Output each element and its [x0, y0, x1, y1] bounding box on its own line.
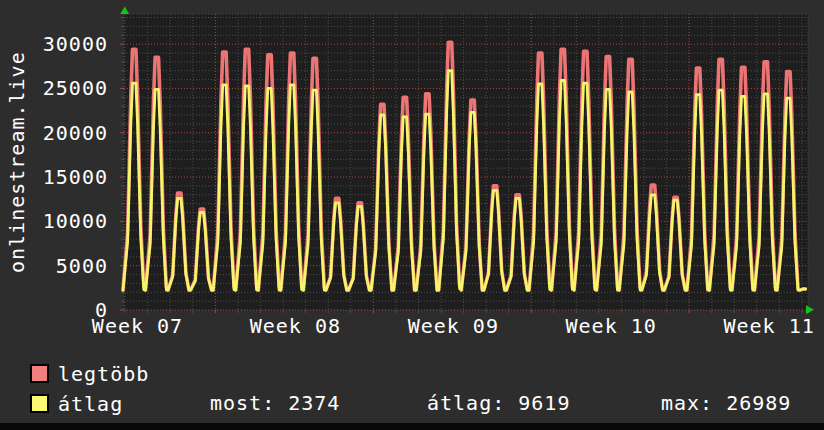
y-tick-label: 10000 [0, 209, 108, 233]
traffic-graph [114, 6, 818, 314]
y-tick-label: 25000 [0, 76, 108, 100]
bottom-border-bar [0, 423, 824, 430]
axis-arrow-right-icon [806, 305, 814, 314]
stat-max: max: 26989 [661, 391, 791, 415]
y-tick-label: 5000 [0, 254, 108, 278]
x-tick-label: Week 09 [408, 314, 499, 338]
x-tick-label: Week 07 [92, 314, 183, 338]
legend-label-legtobb: legtöbb [58, 362, 149, 386]
legend-swatch-legtobb [30, 364, 49, 383]
y-tick-label: 30000 [0, 32, 108, 56]
axis-arrow-up-icon [120, 7, 129, 15]
rrd-graph-window: onlinestream.live 3000025000200001500010… [0, 0, 824, 430]
y-tick-label: 15000 [0, 165, 108, 189]
x-tick-label: Week 11 [723, 314, 814, 338]
x-tick-label: Week 08 [250, 314, 341, 338]
legend-label-atlag: átlag [58, 392, 123, 416]
stat-most: most: 2374 [210, 391, 340, 415]
y-tick-label: 20000 [0, 121, 108, 145]
stat-atlag: átlag: 9619 [427, 391, 570, 415]
legend-swatch-atlag [30, 394, 49, 413]
x-tick-label: Week 10 [566, 314, 657, 338]
